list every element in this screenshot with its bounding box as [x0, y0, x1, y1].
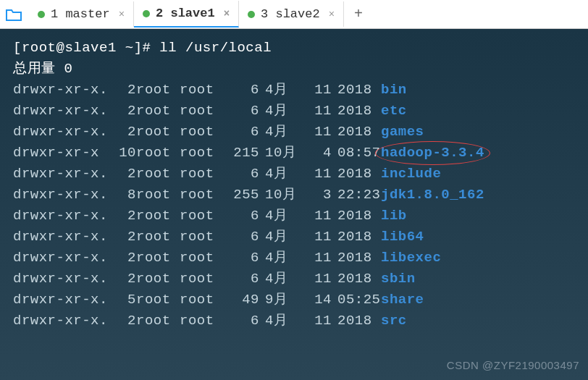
tab-3-slave2[interactable]: 3 slave2×: [239, 1, 344, 27]
col-time: 05:25: [332, 290, 381, 311]
col-time: 2018: [332, 206, 381, 227]
col-name: hadoop-3.3.4: [381, 143, 484, 164]
prompt-line: [root@slave1 ~]# ll /usr/local: [13, 38, 575, 59]
col-perm: drwxr-xr-x.: [13, 80, 107, 101]
watermark: CSDN @ZYF2190003497: [447, 355, 579, 376]
col-links: 10: [107, 143, 136, 164]
col-owner: root: [136, 164, 180, 185]
close-icon[interactable]: ×: [329, 9, 335, 20]
col-owner: root: [136, 101, 180, 122]
col-month: 4月: [259, 164, 303, 185]
tab-1-master[interactable]: 1 master×: [29, 1, 134, 27]
file-row: drwxr-xr-x.2rootroot64月112018etc: [13, 101, 575, 122]
col-name: share: [381, 290, 424, 311]
col-group: root: [180, 164, 223, 185]
col-perm: drwxr-xr-x.: [13, 311, 107, 332]
col-group: root: [180, 269, 223, 290]
col-perm: drwxr-xr-x.: [13, 206, 107, 227]
status-dot-icon: [248, 11, 255, 18]
col-name: games: [381, 122, 424, 143]
col-links: 5: [107, 290, 136, 311]
folder-icon[interactable]: [3, 4, 25, 25]
col-group: root: [180, 80, 223, 101]
col-owner: root: [136, 122, 180, 143]
col-name: lib64: [381, 227, 424, 248]
col-time: 2018: [332, 227, 381, 248]
col-time: 2018: [332, 248, 381, 269]
col-month: 4月: [259, 269, 303, 290]
col-name: src: [381, 311, 407, 332]
col-perm: drwxr-xr-x.: [13, 122, 107, 143]
file-row: drwxr-xr-x.2rootroot64月112018include: [13, 164, 575, 185]
col-month: 9月: [259, 290, 303, 311]
total-line: 总用量 0: [13, 59, 575, 80]
col-name: libexec: [381, 248, 441, 269]
col-group: root: [180, 290, 223, 311]
file-row: drwxr-xr-x.8rootroot25510月322:23jdk1.8.0…: [13, 185, 575, 206]
col-perm: drwxr-xr-x.: [13, 101, 107, 122]
col-size: 49: [223, 290, 259, 311]
col-owner: root: [136, 269, 180, 290]
file-row: drwxr-xr-x.2rootroot64月112018bin: [13, 80, 575, 101]
tab-2-slave1[interactable]: 2 slave1×: [134, 1, 239, 28]
col-links: 2: [107, 311, 136, 332]
col-size: 6: [223, 311, 259, 332]
status-dot-icon: [143, 10, 150, 17]
col-size: 6: [223, 122, 259, 143]
col-links: 2: [107, 248, 136, 269]
col-size: 215: [223, 143, 259, 164]
col-owner: root: [136, 185, 180, 206]
col-owner: root: [136, 290, 180, 311]
col-owner: root: [136, 248, 180, 269]
col-owner: root: [136, 143, 180, 164]
col-time: 2018: [332, 122, 381, 143]
add-tab-button[interactable]: +: [344, 0, 373, 28]
col-day: 4: [303, 143, 332, 164]
col-perm: drwxr-xr-x.: [13, 227, 107, 248]
file-row: drwxr-xr-x.2rootroot64月112018games: [13, 122, 575, 143]
col-month: 10月: [259, 185, 303, 206]
col-month: 4月: [259, 206, 303, 227]
col-group: root: [180, 227, 223, 248]
col-day: 11: [303, 164, 332, 185]
col-size: 6: [223, 80, 259, 101]
col-name: include: [381, 164, 441, 185]
col-month: 4月: [259, 311, 303, 332]
close-icon[interactable]: ×: [224, 8, 230, 20]
col-month: 10月: [259, 143, 303, 164]
col-perm: drwxr-xr-x.: [13, 290, 107, 311]
col-day: 11: [303, 206, 332, 227]
col-month: 4月: [259, 80, 303, 101]
col-links: 2: [107, 206, 136, 227]
col-group: root: [180, 122, 223, 143]
col-name: jdk1.8.0_162: [381, 185, 484, 206]
close-icon[interactable]: ×: [119, 9, 125, 20]
file-row: drwxr-xr-x.2rootroot64月112018src: [13, 311, 575, 332]
col-day: 11: [303, 101, 332, 122]
col-name: etc: [381, 101, 407, 122]
col-name: bin: [381, 80, 407, 101]
col-links: 2: [107, 227, 136, 248]
col-time: 2018: [332, 80, 381, 101]
col-owner: root: [136, 311, 180, 332]
col-day: 11: [303, 248, 332, 269]
col-group: root: [180, 101, 223, 122]
col-perm: drwxr-xr-x.: [13, 248, 107, 269]
col-group: root: [180, 248, 223, 269]
tab-label: 1 master: [51, 7, 110, 21]
col-links: 2: [107, 80, 136, 101]
col-group: root: [180, 311, 223, 332]
col-links: 2: [107, 122, 136, 143]
col-day: 14: [303, 290, 332, 311]
col-size: 255: [223, 185, 259, 206]
tab-bar: 1 master×2 slave1×3 slave2× +: [0, 0, 588, 29]
terminal-output: [root@slave1 ~]# ll /usr/local 总用量 0 drw…: [0, 29, 588, 380]
col-day: 11: [303, 227, 332, 248]
col-day: 11: [303, 269, 332, 290]
file-row: drwxr-xr-x.2rootroot64月112018lib64: [13, 227, 575, 248]
shell-prompt: [root@slave1 ~]#: [13, 40, 159, 56]
col-links: 8: [107, 185, 136, 206]
col-size: 6: [223, 206, 259, 227]
status-dot-icon: [38, 11, 45, 18]
tab-label: 3 slave2: [261, 7, 320, 21]
